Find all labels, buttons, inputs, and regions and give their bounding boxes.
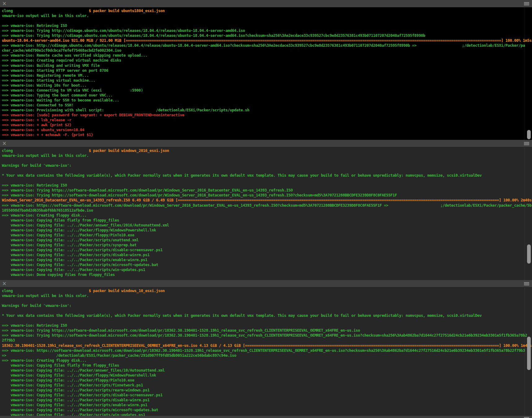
terminal-row: vmware-iso: Done copying files from flop…	[2, 272, 532, 277]
scrollbar-thumb[interactable]	[527, 337, 531, 370]
terminal-text-segment: vmware-iso: Copying file: ../../Packer/s…	[2, 243, 137, 247]
terminal-row: vmware-iso: Copying file: ../../Packer/s…	[2, 403, 532, 407]
terminal-text-segment: cker_cache/e6d790e1cf0dcbca7fefef75468ac…	[2, 48, 121, 53]
terminal-text-segment: 1055098d7ba8d2d635babf6bb76518512afbde.i…	[2, 208, 93, 213]
terminal-row: ==> vmware-iso: Connected to SSH!	[2, 103, 532, 108]
terminal-row: ==> vmware-iso: + awk {print $2}	[2, 123, 532, 127]
terminal-row: ==> vmware-iso: Trying http://cdimage.ub…	[2, 28, 532, 33]
scrollbar-track	[525, 7, 525, 140]
hamburger-menu-icon[interactable]	[524, 2, 529, 6]
terminal-text-segment: vmware-iso output will be in this color.	[2, 293, 89, 298]
terminal-row: clong $ packer build ubuntu1804_esxi.jso…	[2, 8, 532, 13]
terminal-text-segment: vmware-iso: Copying files flatly from fl…	[2, 218, 119, 222]
terminal-text-segment: clong	[2, 8, 13, 13]
close-icon[interactable]: ×	[2, 280, 7, 287]
terminal-text-segment: ==> vmware-iso: Trying https://software-…	[2, 333, 527, 338]
scrollbar-track	[525, 287, 525, 416]
terminal-text-segment: ==> vmware-iso: Trying https://software-…	[2, 193, 397, 197]
terminal-row: ==> vmware-iso: Provisioning with shell …	[2, 108, 532, 113]
terminal-row: 1055098d7ba8d2d635babf6bb76518512afbde.i…	[2, 208, 532, 213]
terminal-row: vmware-iso: Copying file: ../../Packer/f…	[2, 378, 532, 383]
terminal-text-segment: Warnings for build 'vmware-iso':	[2, 163, 71, 168]
terminal-text-segment: vmware-iso: Copying file: ../../Packer/s…	[2, 248, 163, 252]
terminal-row: vmware-iso: Copying file: ../../Packer/f…	[2, 228, 532, 233]
terminal-row: ==> vmware-iso: Trying https://software-…	[2, 328, 532, 333]
terminal-row: clong $ packer build windows_2016_esxi.j…	[2, 148, 532, 153]
terminal-text-segment: vmware-iso: Copying file: ../../Packer/s…	[2, 388, 150, 392]
terminal-text-segment: vmware-iso: Copying file: ../../Packer/f…	[2, 233, 134, 237]
terminal-text-segment: ==> vmware-iso: Building and writing VMX…	[2, 63, 99, 68]
terminal-row: ==> vmware-iso: + lsb_release -r	[2, 118, 532, 123]
terminal-text-segment: ==> vmware-iso: + + echoawk -F. {print $…	[2, 132, 93, 137]
terminal-text-segment: * Your vmx data contains the following v…	[2, 313, 482, 318]
terminal-row: ==> vmware-iso: Creating floppy disk...	[2, 358, 532, 363]
terminal-output: clong $ packer build ubuntu1804_esxi.jso…	[0, 7, 532, 140]
terminal-row: cker_cache/e6d790e1cf0dcbca7fefef75468ac…	[2, 48, 532, 53]
terminal-text-segment: vmware-iso output will be in this color.	[2, 13, 89, 18]
terminal-text-segment: ==> vmware-iso: Creating floppy disk...	[2, 213, 86, 218]
terminal-text-segment: ==> vmware-iso: Starting HTTP server on …	[2, 68, 108, 73]
close-icon[interactable]: ×	[2, 0, 7, 7]
terminal-text-segment: Windows_Server_2016_Datacenter_EVAL_en-u…	[2, 198, 178, 202]
terminal-text-segment: vmware-iso: Copying file: ../../Packer/s…	[2, 267, 145, 272]
hamburger-menu-icon[interactable]	[524, 142, 529, 146]
terminal-row: ==> vmware-iso: + + echoawk -F. {print $…	[2, 132, 532, 137]
scrollbar-track	[525, 147, 525, 280]
terminal-text-segment: 2f79b3	[2, 338, 15, 343]
terminal-row: vmware-iso: Copying file: ../../Packer/s…	[2, 267, 532, 272]
terminal-text-segment: clong	[2, 288, 13, 293]
terminal-row: vmware-iso output will be in this color.	[2, 153, 532, 158]
terminal-text-segment: ==> vmware-iso: Retrieving ISO	[2, 183, 67, 187]
terminal-row: ==> vmware-iso: Remote cache was verifie…	[2, 53, 532, 58]
terminal-row: ==> vmware-iso: Trying https://software-…	[2, 193, 532, 198]
terminal-row: ==> vmware-iso: https://software-downloa…	[2, 348, 532, 353]
terminal-text-segment: ========================================…	[178, 198, 499, 202]
terminal-row: vmware-iso: Copying file: ../../Packer/a…	[2, 223, 532, 228]
terminal-row: vmware-iso: Copying file: ../../Packer/s…	[2, 262, 532, 267]
terminal-pane-windows2016: × clong $ packer build windows_2016_esxi…	[0, 140, 532, 280]
terminal-row: ==> vmware-iso: + ubuntu_version=18.04	[2, 127, 532, 132]
terminal-row: vmware-iso output will be in this color.	[2, 293, 532, 298]
terminal-row: vmware-iso: Copying file: ../../Packer/s…	[2, 393, 532, 398]
terminal-text-segment: clong	[2, 148, 13, 153]
terminal-row: vmware-iso: Copying file: ../../Packer/s…	[2, 398, 532, 403]
hamburger-menu-icon[interactable]	[524, 282, 529, 286]
terminal-row: ==> vmware-iso: Building and writing VMX…	[2, 63, 532, 68]
terminal-row	[2, 168, 532, 173]
terminal-output: clong $ packer build windows_10_esxi.jso…	[0, 287, 532, 416]
terminal-row: ==> vmware-iso: Retrieving ISO	[2, 23, 532, 28]
terminal-row: * Your vmx data contains the following v…	[2, 313, 532, 318]
terminal-row: vmware-iso: Copying file: ../../Packer/a…	[2, 368, 532, 373]
terminal-row: ==> vmware-iso: Creating floppy disk...	[2, 213, 532, 218]
terminal-row	[2, 298, 532, 303]
terminal-text-segment: ] 100.00% 2m40s	[499, 198, 531, 202]
terminal-text-segment: vmware-iso output will be in this color.	[2, 153, 89, 158]
terminal-text-segment: ==> vmware-iso: Waiting 10s for boot...	[2, 83, 86, 88]
terminal-row: 2f79b3	[2, 338, 532, 343]
terminal-text-segment: vmware-iso: Copying file: ../../Packer/f…	[2, 378, 134, 382]
terminal-text-segment: ==> vmware-iso: Connecting to VM via VNC…	[2, 88, 143, 93]
next-pane-titlebar-edge	[0, 416, 532, 418]
terminal-row: vmware-iso: Copying file: ../../Packer/s…	[2, 248, 532, 252]
close-icon[interactable]: ×	[2, 140, 7, 147]
terminal-text-segment: vmware-iso: Copying file: ../../Packer/f…	[2, 228, 156, 232]
terminal-text-segment: ==> vmware-iso: Trying http://cdimage.ub…	[2, 28, 245, 33]
terminal-row: vmware-iso: Copying file: ../../Packer/s…	[2, 412, 532, 416]
terminal-row	[2, 318, 532, 323]
terminal-row: Warnings for build 'vmware-iso':	[2, 163, 532, 168]
terminal-row: vmware-iso: Copying file: ../../Packer/s…	[2, 388, 532, 393]
terminal-row: vmware-iso: Copying file: ../../Packer/s…	[2, 243, 532, 248]
terminal-text-segment: ==> vmware-iso: Trying http://cdimage.ub…	[2, 33, 425, 38]
terminal-text-segment: ==> vmware-iso: + awk {print $2}	[2, 123, 71, 127]
terminal-row: ==> vmware-iso: Connecting to VM via VNC…	[2, 88, 532, 93]
terminal-pane-ubuntu1804: × clong $ packer build ubuntu1804_esxi.j…	[0, 0, 532, 140]
terminal-text-segment: vmware-iso: Copying file: ../../Packer/s…	[2, 383, 143, 387]
scrollbar-thumb[interactable]	[527, 244, 531, 264]
scrollbar-thumb[interactable]	[527, 130, 531, 139]
terminal-text-segment: ] 100.00% 1m5s	[501, 38, 531, 43]
terminal-row: ==> vmware-iso: Trying https://software-…	[2, 188, 532, 193]
terminal-text-segment: ==> vmware-iso: [sudo] password for vagr…	[2, 113, 184, 117]
terminal-text-segment: ==> vmware-iso: + lsb_release -r	[2, 118, 71, 122]
terminal-row: => /detectionlab/ESXi/Packer/packer_cach…	[2, 353, 532, 358]
terminal-row: ==> vmware-iso: https://software-downloa…	[2, 203, 532, 208]
